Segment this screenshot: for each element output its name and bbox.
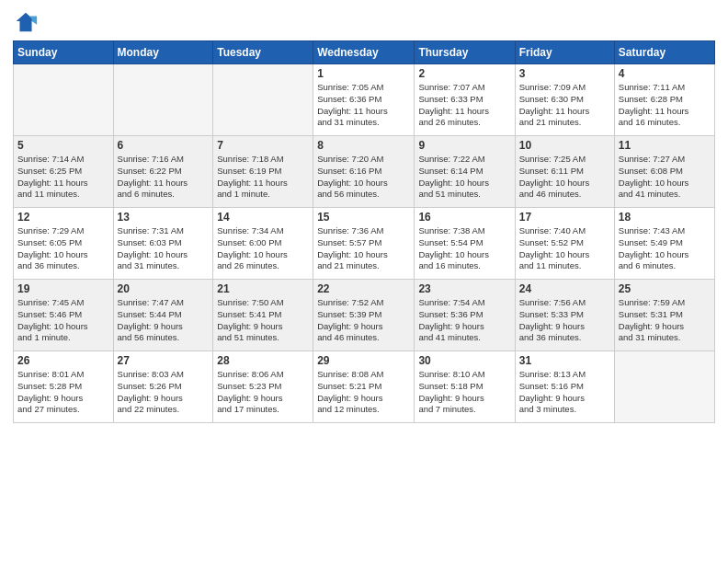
day-info: Sunrise: 7:59 AMSunset: 5:31 PMDaylight:… (619, 297, 711, 344)
day-info: Sunrise: 7:05 AMSunset: 6:36 PMDaylight:… (317, 82, 410, 129)
day-info: Sunrise: 7:25 AMSunset: 6:11 PMDaylight:… (519, 154, 610, 201)
day-info: Sunrise: 7:18 AMSunset: 6:19 PMDaylight:… (217, 154, 309, 201)
day-number: 11 (619, 139, 711, 152)
day-info: Sunrise: 7:38 AMSunset: 5:54 PMDaylight:… (418, 225, 510, 272)
day-info: Sunrise: 7:14 AMSunset: 6:25 PMDaylight:… (17, 154, 109, 201)
day-number: 10 (519, 139, 610, 152)
day-number: 27 (118, 354, 210, 367)
day-number: 20 (118, 282, 210, 295)
weekday-header-row: SundayMondayTuesdayWednesdayThursdayFrid… (14, 41, 715, 64)
calendar-week-row: 26Sunrise: 8:01 AMSunset: 5:28 PMDayligh… (14, 351, 715, 423)
calendar-cell: 6Sunrise: 7:16 AMSunset: 6:22 PMDaylight… (113, 136, 213, 208)
day-info: Sunrise: 7:31 AMSunset: 6:03 PMDaylight:… (118, 225, 210, 272)
calendar-cell (113, 64, 213, 136)
calendar-cell (213, 64, 313, 136)
calendar-cell: 24Sunrise: 7:56 AMSunset: 5:33 PMDayligh… (515, 280, 614, 351)
day-number: 14 (217, 211, 309, 224)
weekday-header-sunday: Sunday (14, 41, 114, 64)
day-info: Sunrise: 7:52 AMSunset: 5:39 PMDaylight:… (317, 297, 410, 344)
calendar-cell: 17Sunrise: 7:40 AMSunset: 5:52 PMDayligh… (515, 208, 614, 280)
calendar-cell: 3Sunrise: 7:09 AMSunset: 6:30 PMDaylight… (515, 64, 614, 136)
day-info: Sunrise: 7:29 AMSunset: 6:05 PMDaylight:… (17, 225, 109, 272)
calendar-week-row: 12Sunrise: 7:29 AMSunset: 6:05 PMDayligh… (14, 208, 715, 280)
calendar-cell: 23Sunrise: 7:54 AMSunset: 5:36 PMDayligh… (415, 280, 515, 351)
calendar-week-row: 19Sunrise: 7:45 AMSunset: 5:46 PMDayligh… (14, 280, 715, 351)
calendar-cell: 18Sunrise: 7:43 AMSunset: 5:49 PMDayligh… (614, 208, 714, 280)
day-info: Sunrise: 7:47 AMSunset: 5:44 PMDaylight:… (118, 297, 210, 344)
day-info: Sunrise: 8:08 AMSunset: 5:21 PMDaylight:… (317, 369, 410, 416)
calendar-cell (14, 64, 114, 136)
day-info: Sunrise: 7:07 AMSunset: 6:33 PMDaylight:… (418, 82, 510, 129)
day-number: 9 (418, 139, 510, 152)
calendar-cell: 10Sunrise: 7:25 AMSunset: 6:11 PMDayligh… (515, 136, 614, 208)
day-info: Sunrise: 7:56 AMSunset: 5:33 PMDaylight:… (519, 297, 610, 344)
day-info: Sunrise: 8:10 AMSunset: 5:18 PMDaylight:… (418, 369, 510, 416)
day-number: 1 (317, 67, 410, 80)
calendar-cell: 21Sunrise: 7:50 AMSunset: 5:41 PMDayligh… (213, 280, 313, 351)
day-info: Sunrise: 7:11 AMSunset: 6:28 PMDaylight:… (619, 82, 711, 129)
day-number: 18 (619, 211, 711, 224)
day-info: Sunrise: 7:27 AMSunset: 6:08 PMDaylight:… (619, 154, 711, 201)
calendar-cell (614, 351, 714, 423)
day-number: 12 (17, 211, 109, 224)
day-number: 17 (519, 211, 610, 224)
day-info: Sunrise: 7:34 AMSunset: 6:00 PMDaylight:… (217, 225, 309, 272)
calendar-cell: 27Sunrise: 8:03 AMSunset: 5:26 PMDayligh… (113, 351, 213, 423)
day-number: 31 (519, 354, 610, 367)
calendar-cell: 4Sunrise: 7:11 AMSunset: 6:28 PMDaylight… (614, 64, 714, 136)
svg-marker-0 (17, 13, 36, 32)
calendar-table: SundayMondayTuesdayWednesdayThursdayFrid… (13, 40, 715, 423)
calendar-cell: 12Sunrise: 7:29 AMSunset: 6:05 PMDayligh… (14, 208, 114, 280)
day-info: Sunrise: 7:45 AMSunset: 5:46 PMDaylight:… (17, 297, 109, 344)
calendar-cell: 29Sunrise: 8:08 AMSunset: 5:21 PMDayligh… (313, 351, 415, 423)
weekday-header-saturday: Saturday (614, 41, 714, 64)
header (13, 9, 715, 35)
day-number: 13 (118, 211, 210, 224)
calendar-cell: 25Sunrise: 7:59 AMSunset: 5:31 PMDayligh… (614, 280, 714, 351)
logo-icon (13, 9, 39, 35)
day-info: Sunrise: 8:06 AMSunset: 5:23 PMDaylight:… (217, 369, 309, 416)
day-info: Sunrise: 8:13 AMSunset: 5:16 PMDaylight:… (519, 369, 610, 416)
calendar-cell: 16Sunrise: 7:38 AMSunset: 5:54 PMDayligh… (415, 208, 515, 280)
weekday-header-tuesday: Tuesday (213, 41, 313, 64)
day-number: 4 (619, 67, 711, 80)
day-number: 30 (418, 354, 510, 367)
calendar-cell: 8Sunrise: 7:20 AMSunset: 6:16 PMDaylight… (313, 136, 415, 208)
day-number: 8 (317, 139, 410, 152)
weekday-header-friday: Friday (515, 41, 614, 64)
day-number: 19 (17, 282, 109, 295)
day-number: 23 (418, 282, 510, 295)
day-info: Sunrise: 7:20 AMSunset: 6:16 PMDaylight:… (317, 154, 410, 201)
day-info: Sunrise: 8:03 AMSunset: 5:26 PMDaylight:… (118, 369, 210, 416)
calendar-cell: 31Sunrise: 8:13 AMSunset: 5:16 PMDayligh… (515, 351, 614, 423)
day-number: 6 (118, 139, 210, 152)
logo (13, 9, 41, 35)
day-number: 16 (418, 211, 510, 224)
calendar-cell: 9Sunrise: 7:22 AMSunset: 6:14 PMDaylight… (415, 136, 515, 208)
day-info: Sunrise: 7:43 AMSunset: 5:49 PMDaylight:… (619, 225, 711, 272)
day-number: 3 (519, 67, 610, 80)
calendar-cell: 1Sunrise: 7:05 AMSunset: 6:36 PMDaylight… (313, 64, 415, 136)
calendar-cell: 19Sunrise: 7:45 AMSunset: 5:46 PMDayligh… (14, 280, 114, 351)
page: SundayMondayTuesdayWednesdayThursdayFrid… (0, 0, 728, 563)
calendar-cell: 2Sunrise: 7:07 AMSunset: 6:33 PMDaylight… (415, 64, 515, 136)
day-info: Sunrise: 7:22 AMSunset: 6:14 PMDaylight:… (418, 154, 510, 201)
day-number: 2 (418, 67, 510, 80)
calendar-cell: 5Sunrise: 7:14 AMSunset: 6:25 PMDaylight… (14, 136, 114, 208)
day-number: 29 (317, 354, 410, 367)
day-number: 28 (217, 354, 309, 367)
calendar-cell: 28Sunrise: 8:06 AMSunset: 5:23 PMDayligh… (213, 351, 313, 423)
weekday-header-monday: Monday (113, 41, 213, 64)
calendar-cell: 20Sunrise: 7:47 AMSunset: 5:44 PMDayligh… (113, 280, 213, 351)
day-info: Sunrise: 7:40 AMSunset: 5:52 PMDaylight:… (519, 225, 610, 272)
day-number: 22 (317, 282, 410, 295)
day-number: 24 (519, 282, 610, 295)
day-number: 26 (17, 354, 109, 367)
calendar-week-row: 5Sunrise: 7:14 AMSunset: 6:25 PMDaylight… (14, 136, 715, 208)
calendar-cell: 7Sunrise: 7:18 AMSunset: 6:19 PMDaylight… (213, 136, 313, 208)
calendar-cell: 22Sunrise: 7:52 AMSunset: 5:39 PMDayligh… (313, 280, 415, 351)
day-number: 15 (317, 211, 410, 224)
calendar-cell: 11Sunrise: 7:27 AMSunset: 6:08 PMDayligh… (614, 136, 714, 208)
day-info: Sunrise: 7:16 AMSunset: 6:22 PMDaylight:… (118, 154, 210, 201)
day-number: 25 (619, 282, 711, 295)
